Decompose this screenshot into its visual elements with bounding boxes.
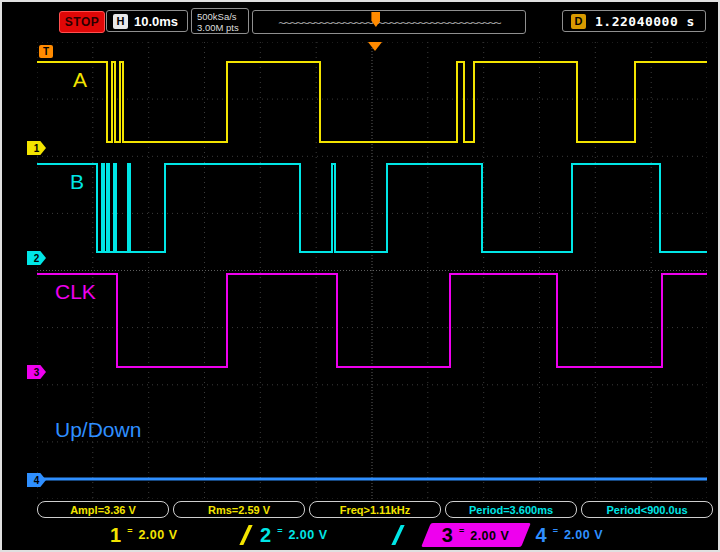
channel-number: 1 — [110, 524, 121, 547]
channel-status-bar: 1=2.00 V2=2.00 V3=2.00 V4=2.00 V — [2, 520, 718, 550]
waveform-display: ABCLKUp/Down — [37, 42, 707, 499]
trace-label-A: A — [73, 68, 87, 92]
coupling-icon: = — [127, 526, 132, 536]
measurement-2: Rms=2.59 V — [173, 501, 305, 518]
memory-depth: 3.00M pts — [197, 22, 243, 33]
trigger-source-marker[interactable]: T — [39, 45, 53, 58]
trace-label-B: B — [70, 170, 84, 194]
delay-box[interactable]: D 1.22040000 s — [562, 10, 706, 32]
trace-CLK — [37, 274, 707, 367]
channel-scale: 2.00 V — [138, 528, 177, 542]
channel-number: 4 — [536, 524, 547, 547]
channel-number: 2 — [260, 524, 271, 547]
coupling-icon: = — [277, 526, 282, 536]
channel-scale: 2.00 V — [564, 528, 603, 542]
preview-waveform: ~~~~~~~~~~~~~~~~~~~~~~~~~~~~~~~~~~~~~~ — [278, 15, 499, 30]
channel-1-status[interactable]: 1=2.00 V — [110, 522, 242, 548]
coupling-icon: = — [459, 526, 464, 536]
run-stop-status[interactable]: STOP — [59, 11, 105, 33]
delay-value: 1.22040000 s — [595, 14, 695, 29]
trace-label-Up-Down: Up/Down — [55, 418, 141, 442]
channel-number: 3 — [442, 524, 453, 547]
sample-rate: 500kSa/s — [197, 11, 243, 22]
channel-2-status[interactable]: 2=2.00 V — [260, 522, 394, 548]
coupling-icon: = — [553, 526, 558, 536]
timebase-value: 10.0ms — [134, 14, 178, 29]
oscilloscope-screen: STOP H 10.0ms 500kSa/s 3.00M pts ~~~~~~~… — [0, 0, 720, 552]
timebase-box[interactable]: H 10.0ms — [106, 10, 188, 32]
delay-icon: D — [571, 14, 586, 29]
waveform-preview-bar[interactable]: ~~~~~~~~~~~~~~~~~~~~~~~~~~~~~~~~~~~~~~ — [252, 10, 526, 34]
channel-scale: 2.00 V — [470, 528, 509, 542]
sample-rate-box: 500kSa/s 3.00M pts — [191, 8, 249, 34]
measurement-4: Period=3.600ms — [445, 501, 577, 518]
horizontal-icon: H — [113, 14, 128, 29]
measurement-1: Ampl=3.36 V — [37, 501, 169, 518]
trigger-time-marker-icon[interactable] — [368, 42, 382, 51]
channel-4-status[interactable]: 4=2.00 V — [536, 522, 646, 548]
channel-scale: 2.00 V — [288, 528, 327, 542]
channel-3-status[interactable]: 3=2.00 V — [421, 523, 530, 547]
trace-label-CLK: CLK — [55, 280, 96, 304]
measurement-3: Freq>1.11kHz — [309, 501, 441, 518]
measurement-5: Period<900.0us — [581, 501, 713, 518]
